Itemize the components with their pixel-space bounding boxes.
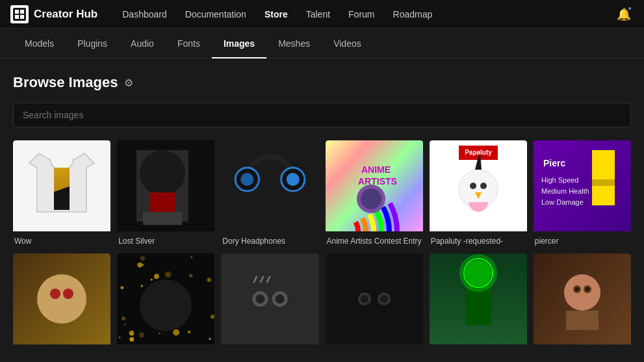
image-card-dory[interactable]: Dory Headphones <box>221 140 318 247</box>
nav-roadmap[interactable]: Roadmap <box>384 0 442 29</box>
page-title: Browse Images <box>13 74 118 91</box>
image-label-r2c <box>221 346 318 351</box>
image-card-r2e[interactable] <box>430 253 527 351</box>
bell-notification-dot <box>627 6 632 11</box>
image-piercer <box>534 140 631 231</box>
image-label-lost-silver: Lost Silver <box>117 233 214 247</box>
image-grid: Wow Lost Silver Dory Headphones Anime Ar… <box>13 140 631 351</box>
nav-talent[interactable]: Talent <box>297 0 339 29</box>
top-nav-links: Dashboard Documentation Store Talent For… <box>113 0 614 29</box>
image-label-r2a <box>13 346 110 351</box>
image-label-anime: Anime Artists Contest Entry <box>326 233 423 247</box>
image-r2f <box>534 253 631 344</box>
tab-fonts[interactable]: Fonts <box>166 29 212 58</box>
main-content: Browse Images ⚙ Wow Lost Silver Dory Hea… <box>0 58 644 361</box>
image-lost-silver <box>117 140 214 231</box>
image-label-piercer: piercer <box>534 233 631 247</box>
logo-area[interactable]: Creator Hub <box>10 5 97 23</box>
secondary-nav: Models Plugins Audio Fonts Images Meshes… <box>0 29 644 58</box>
tab-models[interactable]: Models <box>13 29 66 58</box>
image-label-r2b <box>117 346 214 351</box>
tab-videos[interactable]: Videos <box>322 29 373 58</box>
bell-button[interactable]: 🔔 <box>614 5 634 24</box>
image-papaluty <box>430 140 527 231</box>
tab-plugins[interactable]: Plugins <box>66 29 119 58</box>
nav-store[interactable]: Store <box>255 0 297 29</box>
nav-dashboard[interactable]: Dashboard <box>113 0 176 29</box>
top-nav: Creator Hub Dashboard Documentation Stor… <box>0 0 644 29</box>
image-r2e <box>430 253 527 344</box>
image-card-piercer[interactable]: piercer <box>534 140 631 247</box>
image-card-lost-silver[interactable]: Lost Silver <box>117 140 214 247</box>
tab-audio[interactable]: Audio <box>119 29 166 58</box>
image-label-r2f <box>534 346 631 351</box>
page-header: Browse Images ⚙ <box>13 74 631 91</box>
tab-images[interactable]: Images <box>212 29 266 58</box>
nav-forum[interactable]: Forum <box>339 0 383 29</box>
image-label-r2d <box>326 346 423 351</box>
image-card-r2f[interactable] <box>534 253 631 351</box>
image-label-wow: Wow <box>13 233 110 247</box>
image-card-r2a[interactable] <box>13 253 110 351</box>
image-r2c <box>221 253 318 344</box>
image-card-wow[interactable]: Wow <box>13 140 110 247</box>
image-card-papaluty[interactable]: Papaluty -requested- <box>430 140 527 247</box>
image-card-r2b[interactable] <box>117 253 214 351</box>
tab-meshes[interactable]: Meshes <box>266 29 322 58</box>
image-card-anime[interactable]: Anime Artists Contest Entry <box>326 140 423 247</box>
image-r2d <box>326 253 423 344</box>
image-r2b <box>117 253 214 344</box>
svg-rect-4 <box>20 15 24 19</box>
filter-icon[interactable]: ⚙ <box>124 77 133 89</box>
svg-rect-1 <box>15 10 19 14</box>
svg-rect-2 <box>20 10 24 14</box>
image-dory <box>221 140 318 231</box>
image-label-papaluty: Papaluty -requested- <box>430 233 527 247</box>
logo-icon <box>10 5 29 23</box>
image-label-r2e <box>430 346 527 351</box>
image-r2a <box>13 253 110 344</box>
image-card-r2c[interactable] <box>221 253 318 351</box>
image-label-dory: Dory Headphones <box>221 233 318 247</box>
image-anime <box>326 140 423 231</box>
svg-rect-3 <box>15 15 19 19</box>
search-input[interactable] <box>13 103 631 127</box>
nav-documentation[interactable]: Documentation <box>176 0 255 29</box>
nav-right: 🔔 <box>614 5 634 24</box>
image-wow <box>13 140 110 231</box>
app-title: Creator Hub <box>34 8 97 21</box>
image-card-r2d[interactable] <box>326 253 423 351</box>
